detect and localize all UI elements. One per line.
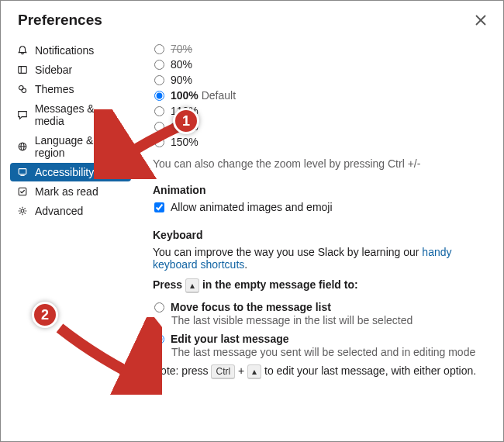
zoom-note: You can also change the zoom level by pr… — [153, 157, 482, 170]
sidebar-item-sidebar[interactable]: Sidebar — [10, 60, 131, 79]
up-arrow-option-edit[interactable]: Edit your last message — [153, 333, 482, 345]
up-arrow-key: ▴ — [247, 364, 261, 379]
svg-rect-9 — [19, 169, 26, 174]
gear-icon — [16, 205, 29, 217]
sidebar-item-label: Advanced — [35, 205, 83, 217]
sidebar-item-label: Themes — [35, 83, 74, 95]
sidebar-item-accessibility[interactable]: Accessibility — [10, 163, 131, 181]
sidebar-item-markasread[interactable]: Mark as read — [10, 182, 131, 201]
svg-point-5 — [22, 88, 26, 93]
svg-point-4 — [19, 85, 23, 90]
sidebar-item-advanced[interactable]: Advanced — [10, 202, 131, 220]
press-instruction: Press ▴ in the empty message field to: — [153, 278, 482, 293]
animation-heading: Animation — [153, 184, 482, 196]
option-subtext: The last visible message in the list wil… — [171, 314, 482, 326]
sidebar: Notifications Sidebar Themes Messages & … — [1, 35, 140, 440]
sidebar-item-label: Messages & media — [35, 102, 125, 127]
bell-icon — [16, 44, 29, 57]
accessibility-icon — [16, 166, 29, 178]
up-arrow-key: ▴ — [185, 278, 199, 293]
close-button[interactable] — [474, 13, 488, 27]
zoom-option[interactable]: 125% — [153, 120, 482, 133]
keyboard-heading: Keyboard — [153, 229, 482, 241]
themes-icon — [16, 83, 29, 95]
keyboard-footnote: Note: press Ctrl + ▴ to edit your last m… — [153, 364, 482, 379]
svg-point-12 — [21, 209, 24, 212]
animation-checkbox-row[interactable]: Allow animated images and emoji — [153, 201, 482, 213]
option-subtext: The last message you sent will be select… — [171, 346, 482, 358]
zoom-option[interactable]: 100% Default — [153, 89, 482, 102]
up-arrow-option-movefocus[interactable]: Move focus to the message list — [153, 301, 482, 313]
sidebar-item-label: Language & region — [35, 134, 125, 159]
zoom-option[interactable]: 150% — [153, 136, 482, 148]
sidebar-item-label: Accessibility — [35, 166, 94, 178]
keyboard-intro: You can improve the way you use Slack by… — [153, 246, 482, 271]
ctrl-key: Ctrl — [211, 364, 235, 379]
globe-icon — [16, 140, 29, 153]
animation-checkbox — [154, 202, 164, 212]
svg-rect-11 — [19, 188, 26, 195]
message-icon — [16, 109, 29, 121]
annotation-callout-2: 2 — [32, 302, 58, 328]
zoom-option[interactable]: 110% — [153, 105, 482, 117]
sidebar-item-language[interactable]: Language & region — [10, 131, 131, 162]
close-icon — [474, 13, 488, 27]
zoom-option[interactable]: 70% — [153, 43, 482, 55]
svg-rect-2 — [19, 67, 27, 74]
page-title: Preferences — [18, 12, 102, 29]
sidebar-icon — [16, 64, 29, 76]
content-panel: 70% 80% 90% 100% Default 110% 125% 150% … — [140, 35, 503, 440]
sidebar-item-label: Sidebar — [35, 64, 72, 76]
check-icon — [16, 185, 29, 198]
zoom-option[interactable]: 90% — [153, 74, 482, 86]
zoom-option[interactable]: 80% — [153, 58, 482, 71]
sidebar-item-label: Notifications — [35, 44, 94, 57]
sidebar-item-notifications[interactable]: Notifications — [10, 41, 131, 60]
sidebar-item-messages[interactable]: Messages & media — [10, 99, 131, 130]
animation-checkbox-label: Allow animated images and emoji — [171, 201, 333, 213]
sidebar-item-label: Mark as read — [35, 185, 98, 198]
sidebar-item-themes[interactable]: Themes — [10, 80, 131, 98]
annotation-callout-1: 1 — [173, 108, 199, 134]
